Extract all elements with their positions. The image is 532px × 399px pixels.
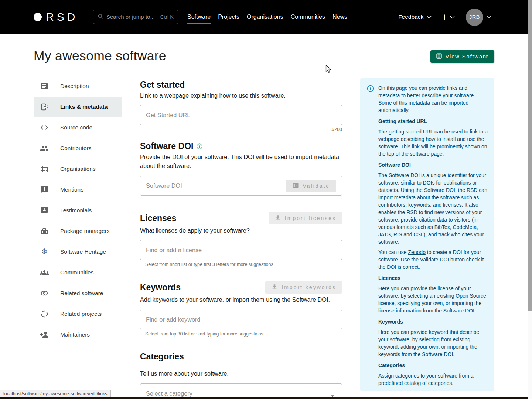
add-comment-icon <box>40 185 49 194</box>
business-icon <box>40 165 49 173</box>
nav-links: Software Projects Organisations Communit… <box>187 0 347 34</box>
char-counter: 0/200 <box>140 126 342 132</box>
info-intro: On this page you can provide links and m… <box>378 84 488 114</box>
status-bar-url: localhost/software/my-awesome-software/e… <box>0 390 111 397</box>
validate-doi-button[interactable]: Validate <box>286 180 336 192</box>
keyword-helper-text: Select from top 30 list or start typing … <box>140 331 342 337</box>
person-add-icon <box>40 330 49 339</box>
groups-icon <box>40 268 49 277</box>
info-heading-software-doi: Software DOI <box>378 161 488 169</box>
search-shortcut: Ctrl K <box>160 14 174 20</box>
download-icon <box>274 214 281 222</box>
menu-item-organisations[interactable]: Organisations <box>34 159 122 179</box>
info-panel-body: On this page you can provide links and m… <box>378 84 488 390</box>
get-started-url-input[interactable]: Get Started URL <box>140 105 342 125</box>
nav-link-organisations[interactable]: Organisations <box>247 14 283 20</box>
chevron-down-icon <box>427 16 432 19</box>
menu-item-software-heritage[interactable]: ❄ Software Heritage <box>34 241 122 262</box>
info-icon <box>366 85 374 92</box>
info-icon[interactable] <box>196 143 203 150</box>
menu-item-package-managers[interactable]: Package managers <box>34 221 122 241</box>
article-icon <box>40 82 49 91</box>
info-text-zenodo: You can use Zenodo to create a DOI for y… <box>378 248 488 271</box>
search-placeholder: Search or jump to... <box>106 14 157 20</box>
scrollbar-thumb[interactable] <box>528 0 532 311</box>
snowflake-icon: ❄ <box>40 247 49 256</box>
toolbox-icon <box>40 227 49 236</box>
info-text-getting-started: The getting started URL can be used to l… <box>378 128 488 158</box>
software-doi-heading: Software DOI <box>140 141 342 151</box>
import-licenses-button[interactable]: Import licenses <box>269 212 342 224</box>
search-icon <box>98 13 103 21</box>
view-software-button[interactable]: View Software <box>430 50 494 63</box>
info-text-software-doi: The Software DOI is a unique identifier … <box>378 172 488 246</box>
keywords-description: Add keywords to your software, or import… <box>140 295 342 304</box>
edit-note-icon <box>40 102 49 111</box>
nav-link-news[interactable]: News <box>332 14 347 20</box>
info-text-categories: Assign categories to your software from … <box>378 372 488 387</box>
menu-item-contributors[interactable]: Contributors <box>34 138 122 159</box>
feedback-label: Feedback <box>398 14 423 20</box>
get-started-heading: Get started <box>140 80 342 89</box>
keyword-input[interactable]: Find or add keyword <box>140 310 342 329</box>
chat-person-icon <box>40 206 49 215</box>
license-input[interactable]: Find or add a license <box>140 240 342 260</box>
nav-right: Feedback + JRB <box>398 0 491 34</box>
categories-heading: Categories <box>140 352 342 361</box>
licenses-heading: Licenses <box>140 213 176 223</box>
menu-item-related-software[interactable]: Related software <box>34 283 122 304</box>
info-heading-getting-started: Getting started URL <box>378 118 488 125</box>
software-doi-description: Provide the DOI of your software. This D… <box>140 152 342 170</box>
download-icon <box>271 284 278 291</box>
get-started-description: Link to a webpage explaining how to use … <box>140 91 342 100</box>
license-helper-text: Select from short list or type first 3 l… <box>140 261 342 267</box>
chevron-down-icon[interactable] <box>487 16 491 19</box>
menu-item-mentions[interactable]: Mentions <box>34 179 122 200</box>
menu-item-communities[interactable]: Communities <box>34 262 122 283</box>
avatar[interactable]: JRB <box>466 9 483 26</box>
nav-link-communities[interactable]: Communities <box>291 14 325 20</box>
nav-link-software[interactable]: Software <box>187 14 211 20</box>
software-doi-input[interactable]: Software DOI Validate <box>140 176 342 196</box>
join-circles-icon <box>40 289 49 298</box>
code-icon <box>40 123 49 132</box>
article-icon <box>436 53 443 61</box>
global-search-input[interactable]: Search or jump to... Ctrl K <box>93 10 178 24</box>
info-heading-categories: Categories <box>378 362 488 369</box>
menu-item-related-projects[interactable]: Related projects <box>34 304 122 324</box>
menu-item-testimonials[interactable]: Testimonials <box>34 200 122 221</box>
licenses-description: What licenses do apply to your software? <box>140 226 342 235</box>
rsd-logo-text: RSD <box>46 11 78 23</box>
edit-sections-menu: Description Links & metadata Source code… <box>34 76 122 345</box>
rsd-logo[interactable]: RSD <box>34 0 78 34</box>
plus-icon: + <box>441 12 447 22</box>
add-menu[interactable]: + <box>441 12 455 22</box>
zenodo-link[interactable]: Zenodo <box>408 249 425 255</box>
top-navbar: RSD Search or jump to... Ctrl K Software… <box>0 0 532 34</box>
page: RSD Search or jump to... Ctrl K Software… <box>0 0 532 399</box>
categories-description: Tell us more about your software. <box>140 369 342 378</box>
fact-check-icon <box>292 182 299 190</box>
info-heading-keywords: Keywords <box>378 318 488 325</box>
view-software-label: View Software <box>446 54 489 60</box>
nav-link-projects[interactable]: Projects <box>218 14 239 20</box>
menu-item-maintainers[interactable]: Maintainers <box>34 324 122 345</box>
people-icon <box>40 144 49 153</box>
menu-item-links-metadata[interactable]: Links & metadata <box>34 97 122 117</box>
info-heading-licences: Licences <box>378 274 488 282</box>
keywords-heading: Keywords <box>140 283 181 292</box>
info-text-licences: Here you can provide the license of your… <box>378 285 488 314</box>
feedback-menu[interactable]: Feedback <box>398 14 432 20</box>
scrollbar[interactable] <box>528 0 532 399</box>
menu-item-source-code[interactable]: Source code <box>34 117 122 138</box>
links-metadata-form: Get started Link to a webpage explaining… <box>140 78 342 399</box>
mouse-cursor <box>325 65 332 75</box>
page-title: My awesome software <box>34 48 166 64</box>
info-panel: On this page you can provide links and m… <box>360 78 494 391</box>
info-text-keywords: Here you can provide keyword that descri… <box>378 328 488 358</box>
import-keywords-button[interactable]: Import keywords <box>265 281 342 294</box>
rsd-logo-icon <box>34 13 42 21</box>
chevron-down-icon <box>450 16 455 19</box>
broken-circle-icon <box>40 310 49 318</box>
menu-item-description[interactable]: Description <box>34 76 122 97</box>
